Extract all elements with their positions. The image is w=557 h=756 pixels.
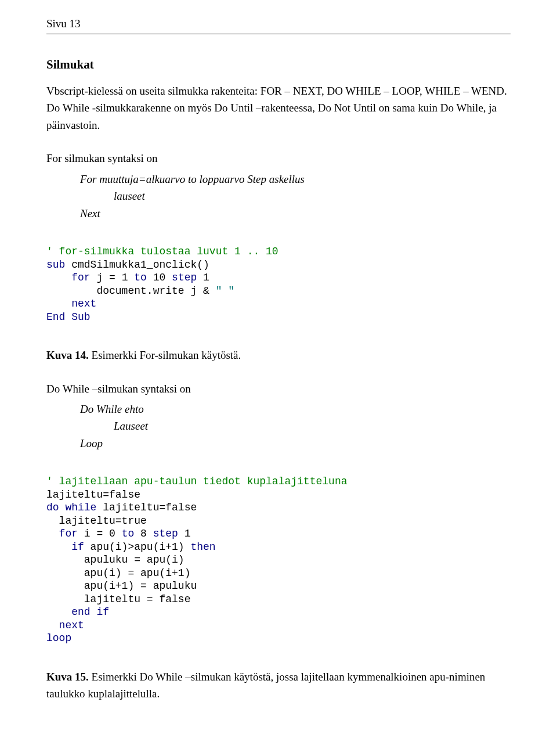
section-title: Silmukat (46, 57, 511, 72)
dowhile-syntax-line2: Lauseet (46, 417, 511, 434)
dowhile-syntax-line3: Loop (46, 435, 511, 452)
for-syntax-line1: For muuttuja=alkuarvo to loppuarvo Step … (46, 171, 511, 188)
code-example-2: ' lajitellaan apu-taulun tiedot kuplalaj… (46, 475, 511, 645)
dowhile-syntax-block: Do While ehto Lauseet Loop (46, 401, 511, 452)
header-rule (46, 34, 511, 34)
for-syntax-title: For silmukan syntaksi on (46, 150, 511, 167)
for-syntax-line2: lauseet (46, 188, 511, 204)
page: Sivu 13 Silmukat Vbscript-kielessä on us… (0, 0, 557, 739)
caption-1: Kuva 14. Esimerkki For-silmukan käytöstä… (46, 347, 511, 363)
code-example-1: ' for-silmukka tulostaa luvut 1 .. 10 su… (46, 245, 511, 323)
for-syntax-block: For muuttuja=alkuarvo to loppuarvo Step … (46, 171, 511, 222)
caption-2: Kuva 15. Esimerkki Do While –silmukan kä… (46, 668, 511, 703)
page-number: Sivu 13 (46, 17, 511, 30)
dowhile-syntax-title: Do While –silmukan syntaksi on (46, 380, 511, 397)
intro-paragraph: Vbscript-kielessä on useita silmukka rak… (46, 82, 511, 134)
dowhile-syntax-line1: Do While ehto (46, 401, 511, 417)
for-syntax-line3: Next (46, 205, 511, 222)
